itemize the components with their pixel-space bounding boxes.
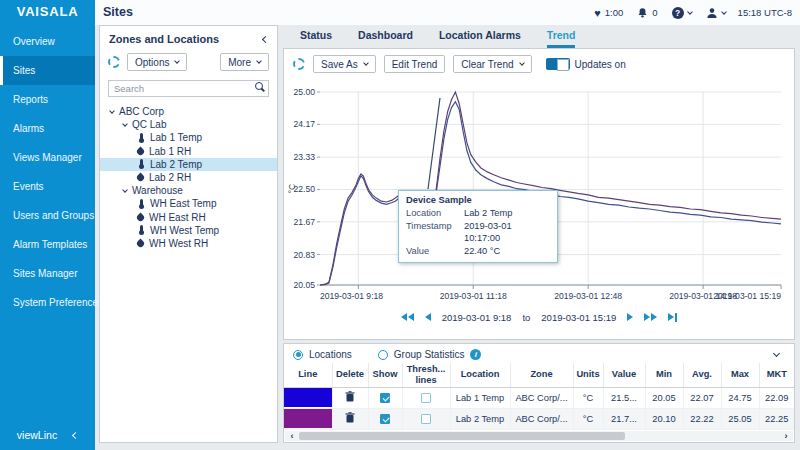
locations-radio[interactable] bbox=[293, 350, 303, 360]
svg-text:21.67: 21.67 bbox=[293, 217, 315, 227]
refresh-icon[interactable] bbox=[108, 56, 120, 68]
sidebar-item-alarm-templates[interactable]: Alarm Templates bbox=[0, 230, 95, 259]
more-button[interactable]: More bbox=[220, 53, 269, 71]
line-color-swatch bbox=[284, 388, 332, 407]
tree-item-warehouse[interactable]: Warehouse bbox=[100, 184, 277, 197]
viewlinc-app: VAISALA Overview Sites Reports Alarms Vi… bbox=[0, 0, 800, 450]
system-status-indicator[interactable]: 1:00 bbox=[594, 7, 623, 19]
tab-dashboard[interactable]: Dashboard bbox=[358, 29, 413, 48]
tree-item-label: WH West RH bbox=[149, 238, 208, 249]
sidebar-item-events[interactable]: Events bbox=[0, 172, 95, 201]
tab-trend[interactable]: Trend bbox=[547, 29, 576, 48]
scroll-right-arrow[interactable]: › bbox=[779, 431, 793, 441]
options-button[interactable]: Options bbox=[127, 53, 187, 71]
tree-item-lab-2-temp[interactable]: Lab 2 Temp bbox=[100, 158, 277, 171]
tree-item-label: Lab 2 RH bbox=[149, 172, 191, 183]
tab-location-alarms[interactable]: Location Alarms bbox=[439, 29, 521, 48]
tree-item-wh-east-rh[interactable]: WH East RH bbox=[100, 211, 277, 224]
clear-trend-label: Clear Trend bbox=[461, 59, 513, 70]
col-min: Min bbox=[645, 363, 683, 387]
page-back-button[interactable] bbox=[425, 313, 431, 321]
tooltip-location-value: Lab 2 Temp bbox=[464, 207, 512, 220]
tree-item-lab-1-temp[interactable]: Lab 1 Temp bbox=[100, 131, 277, 144]
threshold-lines-checkbox[interactable] bbox=[421, 393, 431, 403]
sidebar-item-sites[interactable]: Sites bbox=[0, 56, 95, 85]
search-input[interactable] bbox=[108, 80, 269, 97]
tree-item-wh-west-temp[interactable]: WH West Temp bbox=[100, 224, 277, 237]
tree-item-lab-1-rh[interactable]: Lab 1 RH bbox=[100, 145, 277, 158]
jump-to-latest-button[interactable] bbox=[668, 313, 677, 322]
scrollbar-track[interactable] bbox=[299, 432, 779, 440]
user-icon bbox=[706, 7, 718, 19]
refresh-icon[interactable] bbox=[293, 58, 305, 70]
sidebar-item-views-manager[interactable]: Views Manager bbox=[0, 143, 95, 172]
sidebar-item-sites-manager[interactable]: Sites Manager bbox=[0, 259, 95, 288]
trash-icon[interactable] bbox=[345, 412, 355, 423]
save-as-label: Save As bbox=[321, 59, 358, 70]
zones-tree: ABC Corp QC Lab Lab 1 Temp Lab 1 RH Lab … bbox=[100, 105, 277, 250]
trash-icon[interactable] bbox=[345, 391, 355, 402]
info-icon[interactable] bbox=[470, 349, 481, 360]
horizontal-scrollbar-thumb[interactable] bbox=[299, 432, 625, 440]
show-checkbox[interactable] bbox=[380, 393, 390, 403]
cell-avg: 22.07 bbox=[683, 387, 721, 408]
page-forward-fast-button[interactable] bbox=[644, 313, 657, 321]
tooltip-timestamp-label: Timestamp bbox=[406, 220, 464, 245]
trend-panel: Save As Edit Trend Clear Trend Updates o… bbox=[283, 48, 795, 340]
edit-trend-button[interactable]: Edit Trend bbox=[384, 55, 446, 73]
page-forward-button[interactable] bbox=[627, 313, 633, 321]
updates-toggle[interactable] bbox=[546, 58, 570, 70]
zones-and-locations-panel: Zones and Locations Options More ABC Cor… bbox=[99, 25, 278, 443]
svg-text:2019-03-01 9:18: 2019-03-01 9:18 bbox=[320, 291, 383, 301]
svg-text:20.05: 20.05 bbox=[293, 280, 315, 290]
col-zone: Zone bbox=[510, 363, 573, 387]
tree-item-wh-west-rh[interactable]: WH West RH bbox=[100, 237, 277, 250]
search-icon[interactable] bbox=[255, 82, 263, 90]
tab-status[interactable]: Status bbox=[300, 29, 332, 48]
alarm-indicator[interactable]: 0 bbox=[637, 7, 657, 19]
sidebar-item-users-and-groups[interactable]: Users and Groups bbox=[0, 201, 95, 230]
scroll-left-arrow[interactable]: ‹ bbox=[285, 431, 299, 441]
col-mkt: MKT bbox=[759, 363, 794, 387]
page-back-fast-button[interactable] bbox=[401, 313, 414, 321]
threshold-lines-checkbox[interactable] bbox=[421, 414, 431, 424]
range-from: 2019-03-01 9:18 bbox=[442, 312, 512, 323]
tree-item-qc-lab[interactable]: QC Lab bbox=[100, 118, 277, 131]
collapse-statistics-icon[interactable] bbox=[773, 350, 780, 357]
clear-trend-button[interactable]: Clear Trend bbox=[453, 55, 531, 73]
group-statistics-radio[interactable] bbox=[378, 350, 388, 360]
sidebar-item-reports[interactable]: Reports bbox=[0, 85, 95, 114]
trend-chart-area: 25.0024.1723.3322.5021.6720.8320.052019-… bbox=[284, 76, 794, 306]
svg-text:2019-03-01 11:18: 2019-03-01 11:18 bbox=[440, 291, 507, 301]
user-menu[interactable] bbox=[706, 7, 726, 19]
sidebar-item-alarms[interactable]: Alarms bbox=[0, 114, 95, 143]
cell-mkt: 22.09 bbox=[759, 387, 794, 408]
cell-max: 24.75 bbox=[721, 387, 759, 408]
collapse-sidebar-icon[interactable] bbox=[72, 431, 79, 438]
tree-item-abc-corp[interactable]: ABC Corp bbox=[100, 105, 277, 118]
tab-bar: Status Dashboard Location Alarms Trend bbox=[283, 25, 795, 48]
cell-location: Lab 1 Temp bbox=[450, 387, 510, 408]
bell-icon bbox=[637, 7, 648, 19]
cell-max: 25.05 bbox=[721, 408, 759, 429]
range-to-word: to bbox=[522, 312, 530, 323]
show-checkbox[interactable] bbox=[380, 414, 390, 424]
statistics-mode-row: Locations Group Statistics bbox=[284, 344, 794, 363]
help-menu[interactable] bbox=[672, 7, 692, 19]
sidebar-item-system-preferences[interactable]: System Preferences bbox=[0, 288, 95, 317]
collapse-panel-icon[interactable] bbox=[262, 35, 269, 42]
tree-item-label: Lab 1 Temp bbox=[150, 132, 202, 143]
tree-item-wh-east-temp[interactable]: WH East Temp bbox=[100, 197, 277, 210]
range-to: 2019-03-01 15:19 bbox=[541, 312, 616, 323]
tooltip-location-label: Location bbox=[406, 207, 464, 220]
chevron-down-icon bbox=[122, 121, 128, 127]
options-button-label: Options bbox=[135, 57, 169, 68]
save-as-button[interactable]: Save As bbox=[313, 55, 376, 73]
tooltip-value-value: 22.40 °C bbox=[464, 245, 500, 258]
sidebar-item-overview[interactable]: Overview bbox=[0, 27, 95, 56]
tree-item-label: QC Lab bbox=[132, 119, 166, 130]
col-line: Line bbox=[284, 363, 332, 387]
tree-item-lab-2-rh[interactable]: Lab 2 RH bbox=[100, 171, 277, 184]
chart-tooltip: Device Sample LocationLab 2 Temp Timesta… bbox=[398, 190, 558, 263]
cell-location: Lab 2 Temp bbox=[450, 408, 510, 429]
